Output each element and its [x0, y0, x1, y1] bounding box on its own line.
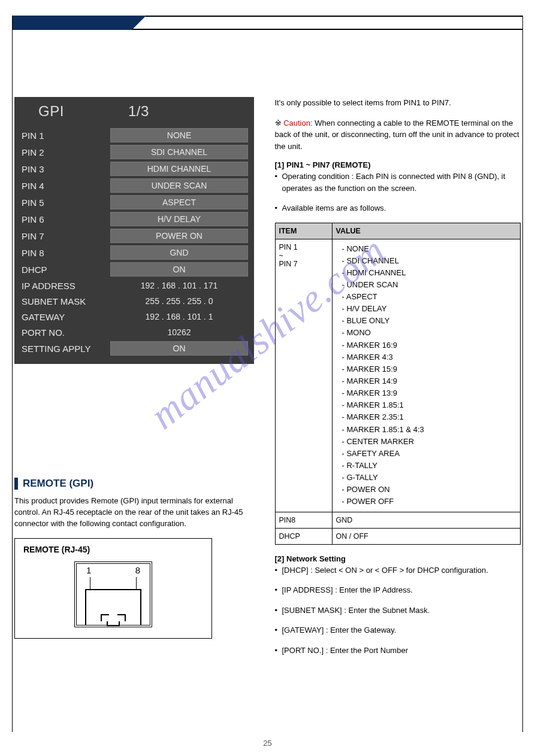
page-number: 25: [0, 739, 535, 748]
gpi-row-value[interactable]: UNDER SCAN: [110, 178, 248, 193]
remote-box-title: REMOTE (RJ-45): [23, 545, 203, 554]
remote-description: This product provides Remote (GPI) input…: [14, 496, 261, 530]
gpi-row-value[interactable]: ON: [110, 262, 248, 277]
pin-value-item: MARKER 4:3: [342, 351, 517, 363]
table-cell: PIN8: [275, 512, 332, 528]
pin-hint: It's only possible to select items from …: [275, 97, 521, 109]
gpi-row-label: PIN 3: [20, 164, 110, 174]
gpi-row-label: PIN 5: [20, 198, 110, 208]
gpi-row-value[interactable]: HDMI CHANNEL: [110, 162, 248, 176]
pin-value-item: CENTER MARKER: [342, 436, 517, 448]
pin-value-item: HDMI CHANNEL: [342, 267, 517, 279]
gpi-netrow-label: PORT NO.: [20, 327, 110, 338]
pin-table: ITEM VALUE PIN 1~PIN 7 NONESDI CHANNELHD…: [275, 223, 521, 545]
network-item: [GATEWAY] : Enter the Gateway.: [275, 624, 521, 636]
pin-value-item: MARKER 14:9: [342, 375, 517, 387]
rj45-connector-diagram: 1 8: [74, 561, 152, 627]
pin-range-cell: PIN 1~PIN 7: [275, 239, 332, 512]
pin-value-item: MARKER 1.85:1: [342, 399, 517, 411]
rj45-pin8-label: 8: [135, 565, 140, 575]
gpi-row-label: PIN 8: [20, 248, 110, 258]
section-1-b2: Available items are as follows.: [275, 202, 521, 214]
pin-value-item: BLUE ONLY: [342, 315, 517, 327]
pin-value-item: MARKER 16:9: [342, 339, 517, 351]
gpi-pager: 1/3: [128, 103, 149, 120]
gpi-row-value[interactable]: POWER ON: [110, 229, 248, 243]
gpi-row-label: SETTING APPLY: [20, 344, 110, 354]
gpi-netrow-value: 192 . 168 . 101 . 1: [110, 310, 248, 323]
pin-value-item: R-TALLY: [342, 460, 517, 472]
pin-value-item: MARKER 2.35:1: [342, 411, 517, 423]
pin-value-item: POWER OFF: [342, 496, 517, 508]
table-row: PIN 1~PIN 7 NONESDI CHANNELHDMI CHANNELU…: [275, 239, 521, 512]
remote-heading: REMOTE (GPI): [14, 478, 261, 490]
network-item: [SUBNET MASK] : Enter the Subnet Mask.: [275, 605, 521, 617]
pin-value-item: SAFETY AREA: [342, 448, 517, 460]
gpi-row-value[interactable]: ON: [110, 341, 248, 356]
table-cell: GND: [332, 512, 521, 528]
gpi-row-label: DHCP: [20, 265, 110, 275]
remote-diagram-box: REMOTE (RJ-45) 1 8: [14, 538, 212, 639]
section-1-b1: Operating condition : Each PIN is connec…: [275, 171, 521, 194]
gpi-row-label: PIN 7: [20, 231, 110, 241]
pin-value-item: NONE: [342, 243, 517, 255]
pin-value-item: MONO: [342, 327, 517, 339]
pin-value-item: MARKER 13:9: [342, 387, 517, 399]
pin-value-item: POWER ON: [342, 484, 517, 496]
pin-value-item: UNDER SCAN: [342, 279, 517, 291]
pin-values-cell: NONESDI CHANNELHDMI CHANNELUNDER SCANASP…: [332, 239, 521, 512]
gpi-netrow-value: 255 . 255 . 255 . 0: [110, 294, 248, 308]
pin-value-item: ASPECT: [342, 291, 517, 303]
table-header-value: VALUE: [332, 223, 521, 239]
gpi-row-label: PIN 2: [20, 147, 110, 157]
network-item: [IP ADDRESS] : Enter the IP Address.: [275, 584, 521, 596]
gpi-row-value[interactable]: H/V DELAY: [110, 212, 248, 226]
network-item: [PORT NO.] : Enter the Port Number: [275, 645, 521, 657]
gpi-row-value[interactable]: ASPECT: [110, 195, 248, 210]
gpi-title: GPI: [38, 103, 128, 120]
network-heading: [2] Network Setting: [275, 554, 521, 563]
table-row: DHCP ON / OFF: [275, 528, 521, 544]
table-cell: DHCP: [275, 528, 332, 544]
pin-value-item: MARKER 1.85:1 & 4:3: [342, 424, 517, 436]
rj45-pin1-label: 1: [86, 565, 91, 575]
gpi-netrow-label: SUBNET MASK: [20, 296, 110, 306]
pin-value-item: H/V DELAY: [342, 303, 517, 315]
table-header-item: ITEM: [275, 223, 332, 239]
network-item: [DHCP] : Select < ON > or < OFF > for DH…: [275, 564, 521, 576]
gpi-netrow-label: IP ADDRESS: [20, 281, 110, 291]
pin-value-item: SDI CHANNEL: [342, 255, 517, 267]
section-1-heading: [1] PIN1 ~ PIN7 (REMOTE): [275, 160, 521, 169]
gpi-row-value[interactable]: NONE: [110, 128, 248, 142]
caution-text: ※ Caution: When connecting a cable to th…: [275, 117, 521, 153]
table-row: PIN8 GND: [275, 512, 521, 528]
gpi-row-value[interactable]: GND: [110, 245, 248, 260]
gpi-row-label: PIN 4: [20, 181, 110, 191]
pin-value-item: MARKER 15:9: [342, 363, 517, 375]
gpi-netrow-value: 192 . 168 . 101 . 171: [110, 279, 248, 292]
gpi-row-label: PIN 1: [20, 130, 110, 141]
gpi-netrow-value: 10262: [110, 326, 248, 339]
gpi-netrow-label: GATEWAY: [20, 312, 110, 322]
pin-value-item: G-TALLY: [342, 472, 517, 484]
gpi-row-label: PIN 6: [20, 214, 110, 224]
table-cell: ON / OFF: [332, 528, 521, 544]
gpi-panel: GPI 1/3 PIN 1NONE PIN 2SDI CHANNEL PIN 3…: [14, 97, 254, 364]
gpi-row-value[interactable]: SDI CHANNEL: [110, 145, 248, 159]
